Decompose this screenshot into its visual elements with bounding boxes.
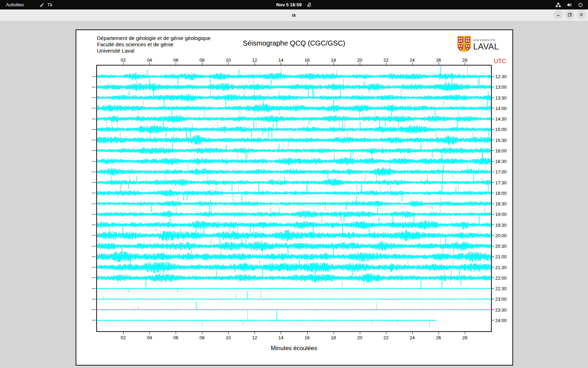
utc-time-label: 24:00 <box>495 318 507 323</box>
y-tick-right <box>491 76 494 77</box>
y-tick-right <box>491 235 494 236</box>
x-tick-label-top: 24 <box>410 57 415 63</box>
y-tick-left <box>92 235 96 236</box>
x-tick-mark-top <box>202 62 202 65</box>
notifications-muted-icon[interactable] <box>307 2 312 7</box>
logo-universite-label: UNIVERSITÉ <box>473 39 499 42</box>
utc-time-label: 17:30 <box>495 180 507 185</box>
x-tick-label-top: 10 <box>226 57 231 63</box>
utc-time-label: 15:30 <box>495 137 507 143</box>
x-tick-mark-top <box>412 62 413 65</box>
x-tick-mark-bottom <box>281 332 281 334</box>
x-tick-label-top: 14 <box>278 57 283 63</box>
x-tick-label-top: 04 <box>147 57 152 63</box>
chart-title: Séismographe QCQ (CGC/GSC) <box>96 39 492 47</box>
x-tick-mark-bottom <box>149 332 150 334</box>
y-tick-left <box>92 193 96 193</box>
x-tick-label-top: 16 <box>304 57 309 63</box>
y-tick-right <box>491 225 494 225</box>
x-tick-label-bottom: 26 <box>436 335 441 340</box>
y-tick-left <box>92 299 96 299</box>
y-tick-left <box>92 161 96 162</box>
y-tick-left <box>92 172 96 172</box>
x-tick-mark-bottom <box>202 332 202 334</box>
x-tick-label-top: 20 <box>357 57 362 63</box>
y-tick-left <box>92 225 96 225</box>
utc-time-label: 19:00 <box>495 212 507 217</box>
x-tick-mark-bottom <box>360 332 360 334</box>
y-tick-right <box>491 182 494 183</box>
clock[interactable]: Nov 5 18:59 <box>276 2 301 7</box>
y-tick-right <box>491 97 494 98</box>
window-title-bar[interactable]: tk <box>0 9 588 21</box>
x-tick-label-top: 18 <box>331 57 336 63</box>
x-tick-mark-top <box>307 62 308 65</box>
y-tick-right <box>491 309 494 310</box>
x-tick-mark-bottom <box>176 332 176 334</box>
y-tick-right <box>491 320 494 320</box>
x-tick-label-top: 28 <box>462 57 467 63</box>
utc-time-label: 23:00 <box>495 297 507 302</box>
y-tick-right <box>491 87 494 87</box>
x-tick-label-bottom: 20 <box>357 335 362 340</box>
universite-laval-logo: UNIVERSITÉ LAVAL <box>457 36 499 54</box>
x-tick-mark-bottom <box>334 332 334 334</box>
y-tick-left <box>92 320 96 320</box>
x-tick-mark-bottom <box>254 332 255 334</box>
utc-time-label: 22:00 <box>495 275 507 280</box>
utc-time-label: 16:30 <box>495 159 507 164</box>
y-tick-right <box>491 140 494 140</box>
y-tick-right <box>491 204 494 204</box>
close-button[interactable] <box>577 10 586 19</box>
y-tick-left <box>92 204 96 204</box>
window-title: tk <box>0 9 588 21</box>
y-tick-right <box>491 193 494 193</box>
seismograph-canvas-area: Département de géologie et de génie géol… <box>76 29 513 366</box>
x-tick-mark-bottom <box>123 332 124 334</box>
x-tick-mark-top <box>386 62 386 65</box>
y-tick-left <box>92 267 96 267</box>
y-tick-left <box>92 309 96 310</box>
seismogram-traces-canvas <box>97 66 491 331</box>
minimize-button[interactable] <box>554 10 563 19</box>
y-tick-right <box>491 299 494 299</box>
y-tick-right <box>491 172 494 172</box>
laval-shield-icon <box>457 36 471 54</box>
x-tick-label-bottom: 16 <box>304 335 309 340</box>
utc-time-label: 21:30 <box>495 265 507 270</box>
y-tick-right <box>491 288 494 289</box>
x-tick-label-bottom: 04 <box>147 335 152 340</box>
x-axis-title: Minutes écoulées <box>96 345 492 352</box>
utc-time-label: 20:00 <box>495 233 507 238</box>
y-tick-left <box>92 182 96 183</box>
restore-button[interactable] <box>565 10 574 19</box>
y-tick-right <box>491 267 494 267</box>
x-tick-label-top: 02 <box>121 57 126 63</box>
x-tick-mark-top <box>176 62 176 65</box>
y-tick-right <box>491 257 494 257</box>
x-tick-label-top: 12 <box>252 57 257 63</box>
x-tick-mark-bottom <box>228 332 229 334</box>
power-icon <box>578 2 583 7</box>
x-tick-mark-bottom <box>439 332 439 334</box>
y-tick-left <box>92 76 96 77</box>
utc-time-label: 21:00 <box>495 254 507 259</box>
y-tick-right <box>491 246 494 246</box>
system-status-area[interactable] <box>555 0 588 9</box>
institution-line-3: Université Laval <box>97 48 210 54</box>
x-tick-mark-bottom <box>307 332 308 334</box>
x-tick-mark-top <box>360 62 360 65</box>
utc-time-label: 18:30 <box>495 201 507 206</box>
y-tick-right <box>491 278 494 278</box>
utc-time-label: 14:30 <box>495 116 507 122</box>
x-tick-mark-top <box>254 62 255 65</box>
x-tick-label-bottom: 02 <box>121 335 126 340</box>
utc-time-label: 22:30 <box>495 286 507 291</box>
x-tick-mark-bottom <box>386 332 386 334</box>
network-icon <box>555 2 561 7</box>
y-tick-right <box>491 150 494 151</box>
utc-axis-label: UTC <box>494 58 506 65</box>
y-tick-left <box>92 246 96 246</box>
x-tick-label-top: 06 <box>173 57 178 63</box>
y-tick-left <box>92 288 96 289</box>
